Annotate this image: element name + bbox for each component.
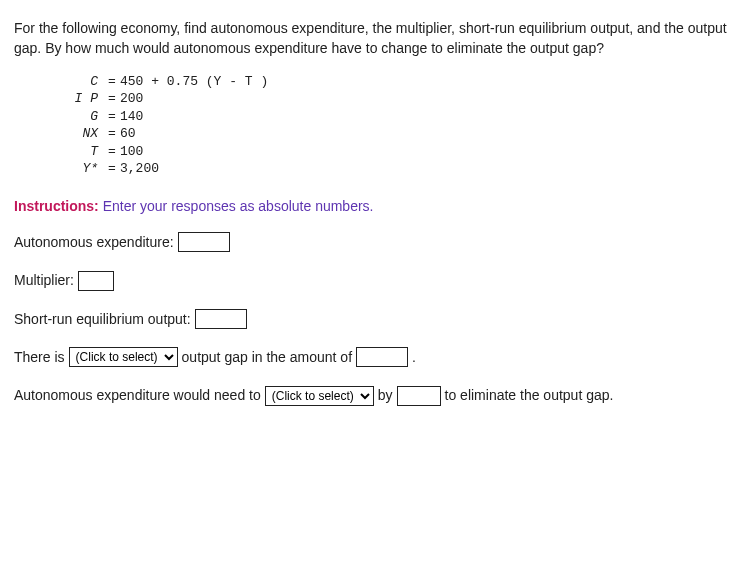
- eq-val: 450 + 0.75 (Y - T ): [120, 73, 268, 91]
- eq-equals: =: [104, 125, 120, 143]
- eq-val: 60: [120, 125, 136, 143]
- eq-var: NX: [14, 125, 104, 143]
- sre-input[interactable]: [195, 309, 247, 329]
- question-text: For the following economy, find autonomo…: [14, 18, 737, 59]
- eq-equals: =: [104, 143, 120, 161]
- gap-amount-input[interactable]: [356, 347, 408, 367]
- eq-equals: =: [104, 90, 120, 108]
- output-gap-line: There is (Click to select) output gap in…: [14, 347, 737, 367]
- gap-pre-text: There is: [14, 347, 65, 367]
- eq-var: I P: [14, 90, 104, 108]
- equation-row: T = 100: [14, 143, 737, 161]
- change-direction-select[interactable]: (Click to select): [265, 386, 374, 406]
- change-amount-input[interactable]: [397, 386, 441, 406]
- eq-var: C: [14, 73, 104, 91]
- instructions-line: Instructions: Enter your responses as ab…: [14, 196, 737, 216]
- equation-row: C = 450 + 0.75 (Y - T ): [14, 73, 737, 91]
- equation-row: NX = 60: [14, 125, 737, 143]
- change-post-text: to eliminate the output gap.: [445, 385, 614, 405]
- multiplier-line: Multiplier:: [14, 270, 737, 290]
- change-by-text: by: [378, 385, 393, 405]
- ae-label: Autonomous expenditure:: [14, 232, 174, 252]
- ae-input[interactable]: [178, 232, 230, 252]
- gap-direction-select[interactable]: (Click to select): [69, 347, 178, 367]
- eq-val: 140: [120, 108, 143, 126]
- eq-val: 100: [120, 143, 143, 161]
- gap-post-text: .: [412, 347, 416, 367]
- eq-var: T: [14, 143, 104, 161]
- multiplier-input[interactable]: [78, 271, 114, 291]
- equation-row: Y* = 3,200: [14, 160, 737, 178]
- eq-var: Y*: [14, 160, 104, 178]
- eq-val: 200: [120, 90, 143, 108]
- eq-equals: =: [104, 108, 120, 126]
- instructions-label: Instructions:: [14, 198, 99, 214]
- eq-var: G: [14, 108, 104, 126]
- autonomous-expenditure-line: Autonomous expenditure:: [14, 232, 737, 252]
- eq-val: 3,200: [120, 160, 159, 178]
- eq-equals: =: [104, 160, 120, 178]
- sre-line: Short-run equilibrium output:: [14, 309, 737, 329]
- eq-equals: =: [104, 73, 120, 91]
- change-pre-text: Autonomous expenditure would need to: [14, 385, 261, 405]
- equation-row: G = 140: [14, 108, 737, 126]
- gap-mid-text: output gap in the amount of: [182, 347, 352, 367]
- change-line: Autonomous expenditure would need to (Cl…: [14, 385, 737, 405]
- sre-label: Short-run equilibrium output:: [14, 309, 191, 329]
- equation-row: I P = 200: [14, 90, 737, 108]
- instructions-text: Enter your responses as absolute numbers…: [99, 198, 374, 214]
- equations-block: C = 450 + 0.75 (Y - T ) I P = 200 G = 14…: [14, 73, 737, 178]
- multiplier-label: Multiplier:: [14, 270, 74, 290]
